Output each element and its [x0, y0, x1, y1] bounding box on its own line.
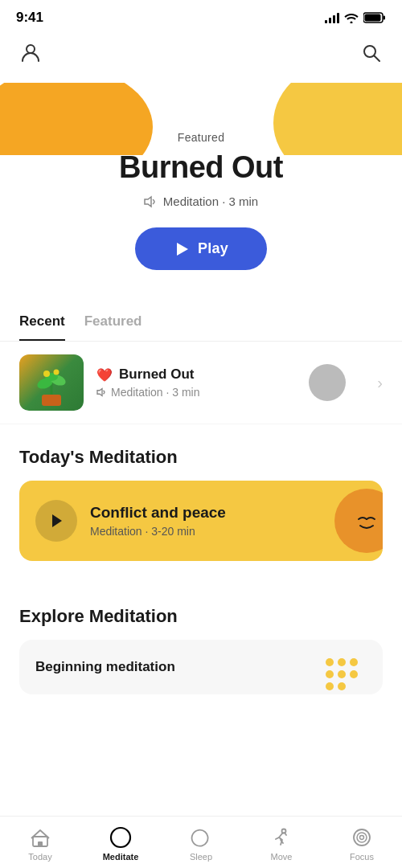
hero-section: Featured Burned Out Meditation · 3 min P…: [0, 83, 402, 294]
search-icon: [360, 42, 383, 64]
nav-today[interactable]: Today: [16, 826, 64, 862]
todays-meditation-title: Today's Meditation: [19, 447, 383, 468]
explore-card[interactable]: Beginning meditation: [19, 640, 383, 694]
hero-content: Featured Burned Out Meditation · 3 min P…: [0, 83, 402, 270]
header: [0, 32, 402, 83]
bottom-nav: Today Meditate Sleep: [0, 816, 402, 868]
svg-rect-2: [384, 16, 386, 20]
nav-sleep-label: Sleep: [190, 852, 212, 862]
plant-illustration: [27, 366, 76, 406]
recent-item-title: Burned Out: [119, 366, 195, 383]
explore-card-decoration: [322, 654, 370, 694]
svg-marker-6: [145, 197, 151, 207]
explore-meditation-section: Explore Meditation Beginning meditation: [0, 583, 402, 694]
move-icon: [270, 826, 293, 849]
svg-point-27: [111, 828, 130, 847]
svg-point-24: [338, 682, 346, 690]
nav-move-label: Move: [271, 852, 293, 862]
svg-marker-7: [177, 243, 188, 256]
svg-point-13: [43, 371, 50, 377]
nav-today-label: Today: [28, 852, 51, 862]
svg-marker-16: [52, 514, 62, 527]
status-icons: [325, 12, 386, 23]
svg-line-5: [375, 56, 380, 62]
hero-label: Featured: [0, 131, 402, 144]
meditation-play-button[interactable]: [35, 500, 77, 542]
heart-icon: ❤️: [96, 367, 113, 383]
meditation-card-decoration: [310, 481, 383, 561]
tab-featured[interactable]: Featured: [84, 313, 142, 341]
hero-meta-text: Meditation · 3 min: [163, 194, 258, 208]
status-bar: 9:41: [0, 0, 402, 32]
face-decoration: [351, 505, 383, 537]
nav-sleep[interactable]: Sleep: [177, 826, 225, 862]
svg-rect-1: [365, 14, 381, 22]
recent-thumbnail: [19, 354, 84, 411]
svg-point-19: [350, 658, 358, 666]
battery-icon: [363, 12, 386, 23]
volume-icon: [144, 195, 158, 208]
svg-point-17: [326, 658, 334, 666]
signal-icon: [325, 12, 339, 23]
svg-rect-8: [42, 395, 61, 406]
svg-point-29: [354, 829, 370, 845]
explore-card-title: Beginning meditation: [35, 659, 367, 675]
todays-meditation-section: Today's Meditation Conflict and peace Me…: [0, 424, 402, 561]
recent-meta-text: Meditation · 3 min: [111, 386, 200, 399]
explore-meditation-title: Explore Meditation: [19, 606, 383, 627]
svg-point-20: [326, 670, 334, 678]
svg-point-18: [338, 658, 346, 666]
svg-marker-15: [97, 389, 102, 396]
nav-move[interactable]: Move: [257, 826, 306, 862]
hero-meta: Meditation · 3 min: [0, 194, 402, 208]
profile-button[interactable]: [16, 39, 45, 70]
svg-point-14: [54, 370, 59, 375]
search-button[interactable]: [357, 39, 386, 70]
play-icon-card: [48, 513, 64, 529]
svg-point-3: [27, 45, 35, 53]
sleep-icon: [190, 826, 212, 849]
tabs-section: Recent Featured: [0, 294, 402, 342]
volume-small-icon: [96, 387, 108, 397]
play-button[interactable]: Play: [135, 227, 267, 270]
nav-focus[interactable]: Focus: [338, 826, 386, 862]
meditation-card[interactable]: Conflict and peace Meditation · 3-20 min: [19, 481, 383, 561]
play-label: Play: [198, 240, 228, 257]
play-icon: [174, 241, 190, 257]
meditate-icon: [109, 826, 132, 849]
recent-list-item[interactable]: ❤️ Burned Out Meditation · 3 min ›: [0, 342, 402, 424]
nav-focus-label: Focus: [350, 852, 374, 862]
svg-rect-26: [38, 841, 43, 846]
today-icon: [29, 826, 51, 849]
svg-point-23: [326, 682, 334, 690]
status-time: 9:41: [16, 10, 43, 26]
svg-point-21: [338, 670, 346, 678]
focus-icon: [351, 826, 373, 849]
tab-recent[interactable]: Recent: [19, 313, 65, 341]
person-icon: [19, 42, 42, 64]
hero-title: Burned Out: [0, 150, 402, 185]
nav-meditate-label: Meditate: [103, 852, 139, 862]
svg-point-31: [360, 836, 364, 840]
nav-meditate[interactable]: Meditate: [96, 826, 145, 862]
overlay-circle: [309, 364, 346, 401]
svg-point-22: [350, 670, 358, 678]
wifi-icon: [344, 12, 359, 23]
svg-point-30: [357, 833, 367, 842]
chevron-right-icon: ›: [377, 374, 383, 392]
